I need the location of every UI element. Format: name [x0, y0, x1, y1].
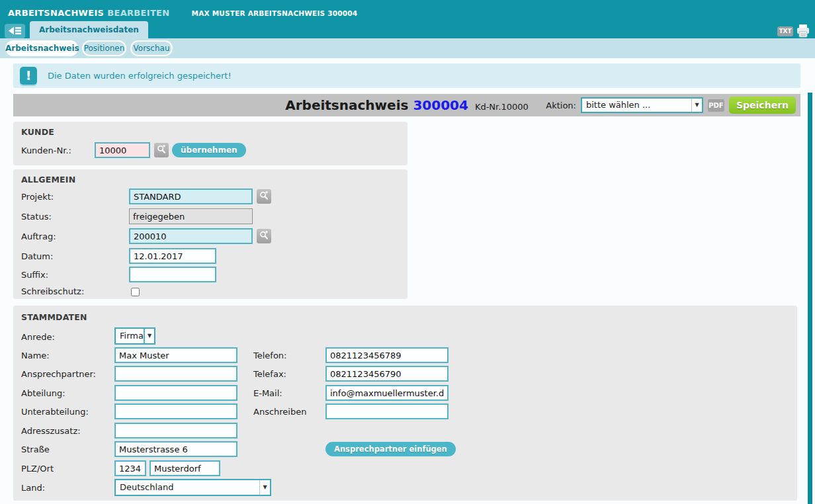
record-toolbar: Arbeitsnachweis 300004 Kd-Nr.10000 Aktio… — [13, 94, 800, 116]
unterabteilung-input[interactable] — [114, 403, 237, 419]
adresszusatz-input[interactable] — [114, 423, 237, 439]
kundennr-label: Kunden-Nr.: — [21, 146, 71, 155]
exclamation-icon: ! — [20, 67, 37, 85]
kundennr-input[interactable] — [95, 142, 150, 158]
anschreiben-input[interactable] — [325, 403, 449, 419]
datum-input[interactable] — [129, 248, 216, 264]
toolbar-actions: Aktion: bitte wählen ... ▼ PDF Speichern — [546, 94, 796, 116]
abteilung-input[interactable] — [114, 385, 237, 401]
page-right-border — [808, 93, 812, 504]
datum-label: Datum: — [21, 251, 53, 261]
telefax-label: Telefax: — [253, 369, 286, 379]
arbeitsnachweis-app: ARBEITSNACHWEIS BEARBEITEN MAX MUSTER AR… — [0, 0, 815, 504]
plz-input[interactable] — [114, 460, 146, 476]
auftrag-input[interactable] — [129, 228, 253, 244]
projekt-label: Projekt: — [21, 192, 54, 202]
print-button[interactable] — [795, 24, 811, 38]
chevron-down-icon: ▼ — [259, 480, 270, 495]
schreibschutz-checkbox[interactable] — [131, 288, 140, 296]
telefon-input[interactable] — [325, 347, 449, 363]
magnifier-icon — [156, 144, 167, 157]
aktion-select-value: bitte wählen ... — [582, 99, 702, 112]
ort-input[interactable] — [150, 460, 220, 476]
page-title-mode: BEARBEITEN — [107, 8, 169, 18]
magnifier-icon — [259, 190, 269, 203]
telefon-label: Telefon: — [253, 351, 287, 360]
land-select[interactable]: Deutschland ▼ — [114, 479, 271, 496]
txt-export-button[interactable]: TXT — [777, 26, 793, 36]
anrede-select[interactable]: Firma ▼ — [114, 327, 155, 345]
allgemein-section-title: ALLGEMEIN — [21, 175, 75, 185]
back-menu-icon — [9, 25, 22, 38]
stammdaten-section-title: STAMMDATEN — [21, 312, 87, 322]
kunde-section: KUNDE Kunden-Nr.: übernehmen — [13, 122, 408, 165]
success-message-banner: ! Die Daten wurden erfolgreich gespeiche… — [13, 63, 800, 88]
subtab-bar: Arbeitsnachweis Positionen Vorschau — [0, 38, 815, 58]
email-label: E-Mail: — [253, 388, 282, 398]
aktion-label: Aktion: — [546, 101, 576, 110]
pdf-export-button[interactable]: PDF — [708, 99, 724, 112]
subtab-positionen[interactable]: Positionen — [82, 40, 126, 56]
adresszusatz-label: Adresszusatz: — [21, 426, 81, 436]
auftrag-search-button[interactable] — [257, 229, 271, 243]
anrede-label: Anrede: — [21, 332, 55, 342]
stammdaten-section: STAMMDATEN Anrede: Firma ▼ Name: Ansprec… — [13, 306, 797, 501]
suffix-input[interactable] — [129, 267, 216, 282]
page-title: ARBEITSNACHWEIS — [8, 8, 104, 18]
window-title: ARBEITSNACHWEIS BEARBEITEN MAX MUSTER AR… — [8, 6, 357, 19]
email-input[interactable] — [325, 385, 449, 401]
subtab-arbeitsnachweis[interactable]: Arbeitsnachweis — [5, 40, 78, 56]
projekt-input[interactable] — [129, 189, 253, 204]
schreibschutz-label: Schreibschutz: — [21, 286, 84, 296]
strasse-input[interactable] — [114, 441, 237, 457]
ansprechpartner-label: Ansprechpartner: — [21, 369, 96, 379]
record-title: Arbeitsnachweis — [285, 97, 408, 113]
name-label: Name: — [21, 351, 50, 360]
magnifier-icon — [259, 230, 269, 243]
tab-arbeitsnachweisdaten[interactable]: Arbeitsnachweisdaten — [30, 21, 148, 38]
telefax-input[interactable] — [325, 366, 449, 382]
success-message-text: Die Daten wurden erfolgreich gespeichert… — [48, 63, 232, 88]
aktion-select[interactable]: bitte wählen ... ▼ — [581, 97, 703, 113]
chevron-down-icon: ▼ — [691, 99, 702, 112]
save-button[interactable]: Speichern — [729, 97, 796, 114]
ansprechpartner-input[interactable] — [114, 366, 237, 382]
kundennr-search-button[interactable] — [154, 143, 169, 157]
top-header-bar: ARBEITSNACHWEIS BEARBEITEN MAX MUSTER AR… — [0, 0, 815, 38]
chevron-down-icon: ▼ — [144, 329, 154, 343]
auftrag-label: Auftrag: — [21, 231, 56, 241]
name-input[interactable] — [114, 347, 237, 363]
kunde-section-title: KUNDE — [21, 127, 54, 137]
anschreiben-label: Anschreiben — [253, 407, 306, 417]
projekt-search-button[interactable] — [257, 189, 271, 204]
status-label: Status: — [21, 212, 52, 222]
uebernehmen-button[interactable]: übernehmen — [172, 143, 246, 157]
abteilung-label: Abteilung: — [21, 388, 65, 398]
land-label: Land: — [21, 483, 45, 493]
collapse-menu-button[interactable] — [5, 24, 25, 38]
record-subtitle: MAX MUSTER ARBEITSNACHWEIS 300004 — [192, 9, 358, 17]
ansprechpartner-einfuegen-button[interactable]: Ansprechpartner einfügen — [325, 442, 456, 456]
plzort-label: PLZ/Ort — [21, 464, 54, 474]
land-select-value: Deutschland — [116, 480, 270, 495]
suffix-label: Suffix: — [21, 270, 48, 280]
allgemein-section: ALLGEMEIN Projekt: Status: Auftrag: — [13, 169, 408, 299]
unterabteilung-label: Unterabteilung: — [21, 407, 89, 417]
record-number: 300004 — [413, 97, 468, 113]
record-kdnr: Kd-Nr.10000 — [475, 102, 529, 112]
status-input — [129, 208, 253, 224]
subtab-vorschau[interactable]: Vorschau — [130, 40, 173, 56]
strasse-label: Straße — [21, 444, 50, 454]
